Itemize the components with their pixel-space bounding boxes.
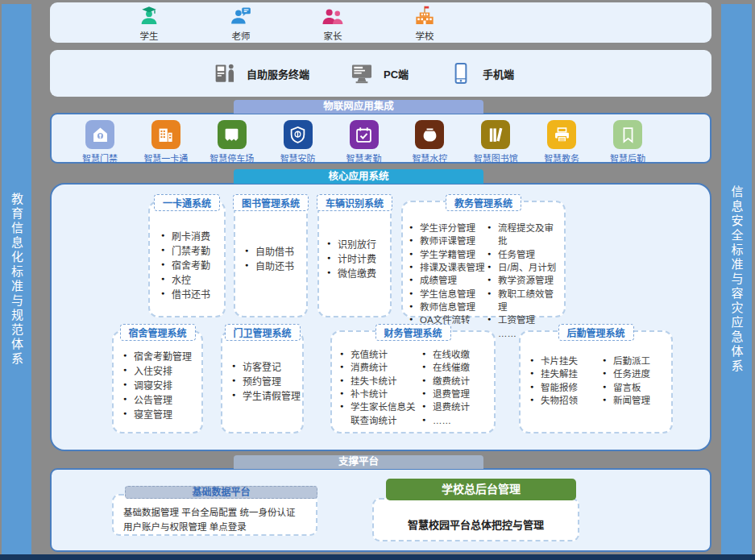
iot-label: 智慧考勤 [346, 151, 382, 164]
iot-item-library: 智慧图书馆 [470, 120, 521, 164]
iot-item-attendance: 智慧考勤 [338, 120, 390, 164]
door-access-icon [85, 120, 114, 149]
system-item-list: 自助借书自助还书 [245, 245, 303, 274]
list-item: 任务进度 [603, 367, 670, 380]
list-item: 自助借书 [245, 245, 303, 259]
iot-label: 智慧水控 [412, 151, 447, 164]
list-item: 借书还书 [161, 288, 221, 302]
iot-item-logistics: 智慧后勤 [602, 120, 653, 164]
list-item: 刷卡消费 [161, 230, 221, 244]
user-item-teacher: 老师 [218, 4, 263, 42]
list-item: 识别放行 [327, 238, 387, 252]
list-item: 失物招领 [530, 394, 603, 407]
list-item: 自助还书 [245, 259, 303, 274]
system-item-list: 流程提交及审批任务管理日/周、月计划教学资源管理教职工绩效管理工资管理…… [487, 222, 562, 340]
iot-section: 智慧门禁 智慧一卡通 智慧停车场 智慧安防 [50, 113, 711, 164]
system-item-list: 学生评分管理教师评课管理学生学籍管理排课及课表管理成绩管理学生信息管理教师信息管… [409, 222, 487, 340]
terminal-item-mobile: 手机端 [447, 60, 514, 87]
system-item-list: 充值统计消费统计挂失卡统计补卡统计学生家长信息关联查询统计 [340, 348, 422, 427]
school-admin-box: 智慧校园平台总体把控与管理 [372, 498, 579, 541]
system-box-gate-guard: 门卫管理系统 访客登记预约管理学生请假管理 [221, 330, 304, 433]
list-item: 微信缴费 [327, 267, 387, 281]
list-item: 智能报修 [530, 381, 603, 394]
two-column-list: 充值统计消费统计挂失卡统计补卡统计学生家长信息关联查询统计 在线收缴在线催缴缴费… [340, 348, 492, 427]
list-item: 访客登记 [232, 360, 301, 375]
system-box-title: 后勤管理系统 [558, 324, 633, 341]
core-section-tab: 核心应用系统 [234, 169, 483, 184]
list-item: 学生学籍管理 [409, 248, 487, 261]
system-item-list: 访客登记预约管理学生请假管理 [232, 360, 301, 404]
list-item: 在线收缴 [422, 348, 492, 361]
school-admin-header: 学校总后台管理 [386, 479, 576, 500]
one-card-icon [151, 120, 180, 149]
system-box-title: 一卡通系统 [154, 194, 220, 211]
academic-icon [547, 120, 576, 149]
system-box-logistics-mgmt: 后勤管理系统 卡片挂失挂失解挂智能报修失物招领 后勤派工任务进度留言板新闻管理 [519, 330, 673, 433]
terminal-label: PC端 [384, 66, 409, 81]
iot-label: 智慧教务 [544, 151, 579, 164]
list-item: 充值统计 [340, 348, 422, 361]
two-column-list: 学生评分管理教师评课管理学生学籍管理排课及课表管理成绩管理学生信息管理教师信息管… [409, 222, 562, 340]
teacher-icon [229, 4, 253, 28]
kiosk-icon [211, 60, 239, 87]
system-box-dormitory: 宿舍管理系统 宿舍考勤管理入住安排调寝安排公告管理寝室管理 [112, 330, 203, 433]
iot-label: 智慧一卡通 [143, 151, 188, 164]
iot-item-academic: 智慧教务 [536, 120, 587, 164]
system-box-title: 门卫管理系统 [224, 324, 300, 341]
system-box-title: 车辆识别系统 [317, 194, 392, 211]
iot-label: 智慧后勤 [610, 151, 645, 164]
iot-label: 智慧图书馆 [474, 151, 518, 164]
system-box-title: 教务管理系统 [446, 194, 521, 211]
list-item: 退费管理 [422, 388, 492, 400]
list-item: 教职工绩效管理 [487, 288, 562, 314]
iot-item-security: 智慧安防 [272, 120, 324, 164]
iot-item-water-control: 智慧水控 [404, 120, 455, 164]
system-box-title: 财务管理系统 [375, 324, 450, 341]
user-label: 学生 [140, 29, 159, 42]
list-item: 新闻管理 [603, 394, 670, 407]
user-item-student: 学生 [127, 4, 172, 42]
system-box-academic-affairs: 教务管理系统 学生评分管理教师评课管理学生学籍管理排课及课表管理成绩管理学生信息… [401, 201, 566, 317]
list-item: 寝室管理 [123, 408, 200, 422]
system-box-one-card: 一卡通系统 刷卡消费门禁考勤宿舍考勤水控借书还书 [148, 201, 226, 317]
list-item: 后勤派工 [603, 355, 670, 367]
user-item-parents: 家长 [310, 4, 355, 42]
system-item-list: 宿舍考勤管理入住安排调寝安排公告管理寝室管理 [123, 350, 200, 422]
list-item: 卡片挂失 [530, 355, 603, 367]
phone-icon [447, 60, 475, 87]
list-item: 成绩管理 [409, 274, 487, 287]
attendance-icon [350, 120, 379, 149]
iot-item-one-card: 智慧一卡通 [140, 120, 192, 164]
system-item-list: 刷卡消费门禁考勤宿舍考勤水控借书还书 [161, 230, 221, 302]
list-item: 留言板 [603, 381, 670, 394]
user-label: 老师 [232, 29, 251, 42]
right-standard-bar-label: 信息安全标准与容灾应急体系 [728, 185, 745, 374]
list-item: 退费统计 [422, 400, 492, 413]
iot-section-tab: 物联网应用集成 [234, 100, 483, 114]
list-item: 缴费统计 [422, 375, 492, 388]
system-box-finance: 财务管理系统 充值统计消费统计挂失卡统计补卡统计学生家长信息关联查询统计 在线收… [330, 330, 496, 433]
logistics-icon [613, 120, 642, 149]
system-box-vehicle: 车辆识别系统 识别放行计时计费微信缴费 [317, 201, 392, 317]
two-column-list: 卡片挂失挂失解挂智能报修失物招领 后勤派工任务进度留言板新闻管理 [530, 355, 670, 407]
base-data-platform-title: 基础数据平台 [125, 486, 317, 499]
list-item: 流程提交及审批 [487, 222, 562, 248]
system-item-list: 识别放行计时计费微信缴费 [327, 238, 387, 281]
list-item: 公告管理 [123, 393, 200, 408]
support-section: 基础数据平台 基础数据管理 平台全局配置 统一身份认证 用户账户与权限管理 单点… [50, 468, 711, 552]
list-item: 门禁考勤 [161, 244, 221, 259]
list-item: 教师信息管理 [409, 301, 487, 313]
terminal-item-pc: PC端 [348, 60, 409, 87]
base-data-platform-box: 基础数据管理 平台全局配置 统一身份认证 用户账户与权限管理 单点登录 [112, 494, 317, 536]
school-admin-desc: 智慧校园平台总体把控与管理 [408, 516, 544, 532]
school-icon [413, 4, 437, 28]
list-item: 日/周、月计划 [487, 261, 562, 274]
system-item-list: 卡片挂失挂失解挂智能报修失物招领 [530, 355, 603, 407]
list-item: 宿舍考勤管理 [123, 350, 200, 364]
user-item-school: 学校 [402, 4, 447, 42]
student-icon [137, 4, 161, 28]
list-item: 水控 [161, 273, 221, 288]
list-item: …… [422, 414, 492, 427]
base-platform-line2: 用户账户与权限管理 单点登录 [123, 521, 316, 535]
list-item: 宿舍考勤 [161, 259, 221, 273]
